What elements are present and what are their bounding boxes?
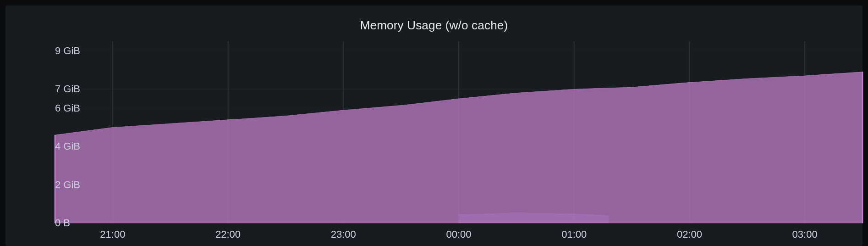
y-tick-label: 2 GiB — [55, 179, 61, 191]
y-tick-label: 4 GiB — [55, 140, 61, 152]
y-tick-label: 6 GiB — [55, 102, 61, 114]
x-tick-label: 00:00 — [446, 223, 471, 240]
panel-title: Memory Usage (w/o cache) — [5, 18, 863, 33]
x-tick-label: 23:00 — [331, 223, 356, 240]
x-tick-label: 21:00 — [100, 223, 125, 240]
x-tick-label: 22:00 — [215, 223, 241, 240]
x-tick-label: 03:00 — [792, 223, 818, 240]
y-tick-label: 9 GiB — [55, 45, 61, 57]
y-tick-label: 0 B — [55, 217, 61, 229]
y-tick-label: 7 GiB — [55, 83, 61, 95]
chart-svg — [55, 41, 863, 223]
x-tick-label: 01:00 — [561, 223, 587, 240]
plot-area[interactable]: 0 B2 GiB4 GiB6 GiB7 GiB9 GiB 21:0022:002… — [55, 41, 863, 223]
chart-panel: Memory Usage (w/o cache) 0 B2 GiB4 GiB6 … — [5, 6, 863, 246]
x-tick-label: 02:00 — [677, 223, 702, 240]
